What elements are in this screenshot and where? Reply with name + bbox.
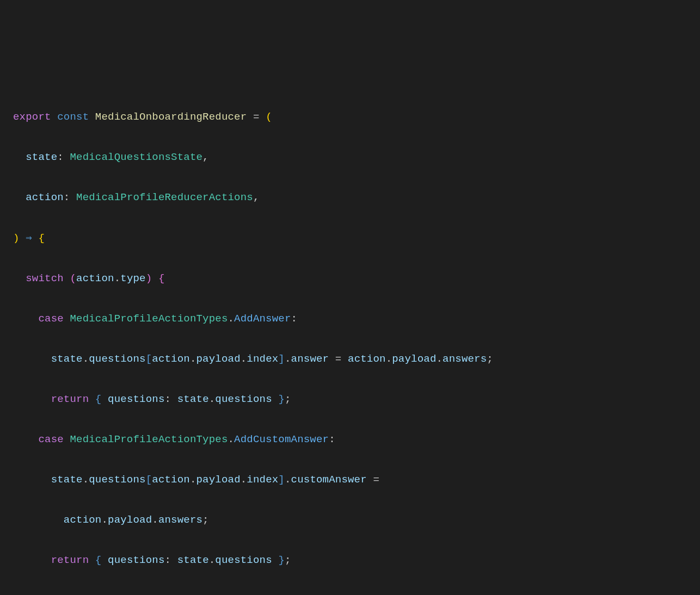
- bracket-open: [: [146, 474, 152, 486]
- property: payload: [197, 353, 241, 365]
- brace-close: }: [278, 393, 285, 405]
- arrow-function: ⇒: [26, 232, 32, 244]
- dot-operator: .: [228, 313, 235, 325]
- dot-operator: .: [285, 474, 291, 486]
- code-line: return { questions: state.questions };: [13, 550, 687, 571]
- bracket-open: [: [146, 353, 152, 365]
- property: customAnswer: [291, 474, 367, 486]
- dot-operator: .: [241, 353, 247, 365]
- colon: :: [64, 191, 70, 203]
- property: payload: [108, 514, 152, 526]
- code-line: switch (action.type) {: [13, 269, 687, 289]
- brace-open: {: [95, 393, 102, 405]
- colon: :: [57, 151, 64, 163]
- property: type: [120, 272, 145, 284]
- semicolon: ;: [487, 353, 493, 365]
- property: answers: [443, 353, 487, 365]
- colon: :: [329, 433, 335, 445]
- keyword-case: case: [38, 313, 63, 325]
- dot-operator: .: [209, 554, 216, 566]
- property: index: [247, 353, 278, 365]
- paren-open: (: [70, 272, 76, 284]
- comma: ,: [202, 151, 209, 163]
- property: questions: [108, 554, 164, 566]
- equals-operator: =: [253, 111, 260, 123]
- bracket-close: ]: [278, 474, 285, 486]
- dot-operator: .: [241, 474, 247, 486]
- paren-close: ): [146, 272, 152, 284]
- comma: ,: [253, 191, 260, 203]
- keyword-return: return: [51, 554, 89, 566]
- dot-operator: .: [285, 353, 291, 365]
- code-line: case MedicalProfileActionTypes.RemoveAns…: [13, 591, 687, 595]
- brace-open: {: [158, 272, 165, 284]
- identifier: action: [64, 514, 102, 526]
- type-annotation: MedicalProfileReducerActions: [76, 191, 253, 203]
- semicolon: ;: [202, 514, 209, 526]
- property: answers: [158, 514, 202, 526]
- colon: :: [165, 554, 171, 566]
- code-line: action: MedicalProfileReducerActions,: [13, 188, 687, 208]
- dot-operator: .: [114, 272, 121, 284]
- code-line: action.payload.answers;: [13, 510, 687, 530]
- dot-operator: .: [83, 474, 89, 486]
- property: questions: [215, 393, 272, 405]
- dot-operator: .: [228, 433, 235, 445]
- dot-operator: .: [190, 353, 197, 365]
- identifier: state: [51, 474, 83, 486]
- code-line: state: MedicalQuestionsState,: [13, 147, 687, 168]
- keyword-case: case: [38, 433, 63, 445]
- identifier: state: [177, 393, 209, 405]
- dot-operator: .: [190, 474, 197, 486]
- keyword-export: export: [13, 111, 51, 123]
- identifier: action: [76, 272, 114, 284]
- type-annotation: MedicalQuestionsState: [70, 151, 202, 163]
- brace-open: {: [38, 232, 45, 244]
- identifier: action: [348, 353, 386, 365]
- code-editor[interactable]: export const MedicalOnboardingReducer = …: [13, 87, 687, 595]
- brace-open: {: [95, 554, 102, 566]
- property: answer: [291, 353, 329, 365]
- paren-close: ): [13, 232, 20, 244]
- property: questions: [89, 353, 145, 365]
- identifier: state: [177, 554, 209, 566]
- property: questions: [89, 474, 145, 486]
- property: payload: [197, 474, 241, 486]
- dot-operator: .: [83, 353, 89, 365]
- parameter: state: [26, 151, 57, 163]
- dot-operator: .: [436, 353, 443, 365]
- code-line: state.questions[action.payload.index].an…: [13, 349, 687, 369]
- type-name: MedicalProfileActionTypes: [70, 313, 228, 325]
- code-line: case MedicalProfileActionTypes.AddAnswer…: [13, 309, 687, 329]
- property: questions: [108, 393, 164, 405]
- dot-operator: .: [386, 353, 392, 365]
- parameter: action: [26, 191, 64, 203]
- enum-member: AddAnswer: [234, 313, 291, 325]
- identifier: state: [51, 353, 83, 365]
- enum-member: AddCustomAnswer: [234, 433, 329, 445]
- keyword-return: return: [51, 393, 89, 405]
- type-name: MedicalProfileActionTypes: [70, 433, 228, 445]
- code-line: case MedicalProfileActionTypes.AddCustom…: [13, 430, 687, 450]
- semicolon: ;: [285, 393, 291, 405]
- code-line: state.questions[action.payload.index].cu…: [13, 470, 687, 490]
- identifier: action: [152, 353, 190, 365]
- equals-operator: =: [335, 353, 342, 365]
- property: payload: [392, 353, 436, 365]
- paren-open: (: [266, 111, 272, 123]
- colon: :: [165, 393, 171, 405]
- code-line: return { questions: state.questions };: [13, 389, 687, 410]
- brace-close: }: [278, 554, 285, 566]
- property: questions: [215, 554, 272, 566]
- colon: :: [291, 313, 298, 325]
- function-name: MedicalOnboardingReducer: [95, 111, 247, 123]
- keyword-const: const: [57, 111, 89, 123]
- identifier: action: [152, 474, 190, 486]
- dot-operator: .: [209, 393, 216, 405]
- code-line: ) ⇒ {: [13, 228, 687, 249]
- equals-operator: =: [373, 474, 379, 486]
- property: index: [247, 474, 278, 486]
- dot-operator: .: [101, 514, 108, 526]
- dot-operator: .: [152, 514, 158, 526]
- code-line: export const MedicalOnboardingReducer = …: [13, 107, 687, 127]
